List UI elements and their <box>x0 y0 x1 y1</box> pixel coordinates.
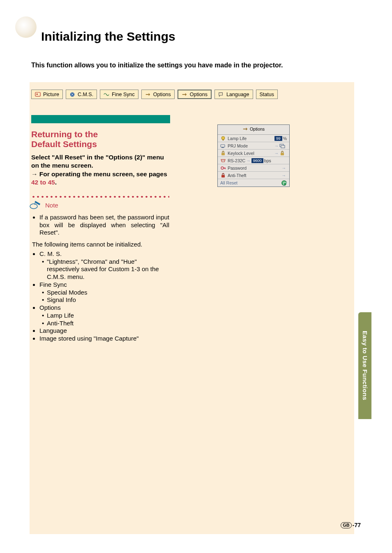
page-link[interactable]: 42 to 45 <box>31 179 55 186</box>
reset-icon <box>281 180 287 186</box>
svg-point-16 <box>224 160 224 160</box>
language-icon <box>218 92 224 97</box>
note-following: The following items cannot be initialize… <box>32 241 169 249</box>
title-bullet-decor <box>15 16 37 38</box>
options-icon <box>242 126 248 132</box>
finesync-icon <box>104 92 109 97</box>
section-title-line1: Returning to the <box>31 129 98 139</box>
osd-prjmode-label: PRJ Mode <box>228 143 248 148</box>
instruction-cont: For operating the menu screen, see pages <box>39 171 167 177</box>
osd-row-password[interactable]: Password → <box>218 164 289 172</box>
page-title: Initializing the Settings <box>41 30 175 44</box>
note-fs-si: Signal Info <box>47 296 169 304</box>
osd-rs232c-unit: bps <box>264 158 271 163</box>
svg-point-1 <box>37 93 38 95</box>
prjmode-value-icon <box>279 143 285 149</box>
instruction-main: Select "All Reset" in the "Options (2)" … <box>31 154 164 169</box>
note-item-finesync: Fine Sync Special Modes Signal Info <box>39 281 169 304</box>
svg-rect-19 <box>225 168 226 169</box>
note-op-at: Anti-Theft <box>47 320 169 327</box>
projector-icon <box>220 143 226 149</box>
osd-title-bar: Options <box>218 125 289 135</box>
osd-row-lamplife[interactable]: Lamp Life 99 % <box>218 135 289 142</box>
menu-tab-bar: Picture C.M.S. Fine Sync Options Options… <box>31 90 278 99</box>
instruction-period: . <box>55 179 57 186</box>
osd-rs232c-label: RS-232C <box>228 158 245 163</box>
chevron-right-icon: → <box>282 166 286 171</box>
picture-icon <box>35 92 41 97</box>
chevron-right-icon: → <box>246 158 251 163</box>
note-item-cms: C. M. S. "Lightness", "Chroma" and "Hue"… <box>39 250 169 281</box>
note-cms-sub: "Lightness", "Chroma" and "Hue" respecti… <box>47 258 169 281</box>
cms-icon <box>69 92 75 97</box>
tab-options-1[interactable]: Options <box>141 90 175 99</box>
section-title-line2: Default Settings <box>31 139 169 149</box>
osd-keylock-label: Keylock Level <box>228 151 254 156</box>
shield-lock-icon <box>220 173 226 178</box>
note-header: Note <box>30 200 169 211</box>
tab-label: Options <box>153 92 171 97</box>
chevron-right-icon: → <box>282 173 286 178</box>
osd-row-prjmode[interactable]: PRJ Mode → <box>218 142 289 150</box>
svg-point-6 <box>221 136 225 140</box>
osd-row-rs232c[interactable]: RS-232C → 9600 bps <box>218 157 289 164</box>
svg-rect-8 <box>221 145 225 147</box>
options-icon <box>182 92 187 97</box>
tab-language[interactable]: Language <box>214 90 253 99</box>
side-tab-label: Easy to Use Functions <box>362 331 369 400</box>
svg-rect-7 <box>223 139 224 141</box>
osd-allreset-label: All Reset <box>220 180 238 185</box>
arrow-icon: → <box>31 171 39 177</box>
serial-port-icon <box>220 158 226 164</box>
tab-label: Fine Sync <box>112 92 135 97</box>
tab-finesync[interactable]: Fine Sync <box>100 90 138 99</box>
osd-password-label: Password <box>228 166 247 171</box>
note-password: If a password has been set, the password… <box>39 214 169 237</box>
key-icon <box>220 165 226 171</box>
page-footer: GB -77 <box>341 522 361 528</box>
svg-rect-4 <box>35 201 40 205</box>
page-number: -77 <box>353 522 361 528</box>
osd-row-keylock[interactable]: Keylock Level → <box>218 150 289 157</box>
osd-rs232c-value: 9600 <box>251 158 263 163</box>
osd-lamplife-label: Lamp Life <box>228 136 247 141</box>
side-tab: Easy to Use Functions <box>358 312 371 419</box>
chevron-right-icon: → <box>274 143 279 148</box>
tab-label: Language <box>226 92 249 97</box>
intro-text: This function allows you to initialize t… <box>31 62 283 69</box>
osd-lamplife-value: 99 <box>274 136 282 141</box>
lock-icon <box>220 150 226 156</box>
svg-rect-12 <box>221 153 225 155</box>
svg-point-3 <box>30 204 37 209</box>
osd-antitheft-label: Anti-Theft <box>228 173 247 178</box>
chevron-right-icon: → <box>274 151 279 156</box>
note-item-cms-label: C. M. S. <box>39 250 62 257</box>
region-badge: GB <box>341 522 352 528</box>
note-body: If a password has been set, the password… <box>32 214 169 343</box>
lock-icon <box>279 150 285 156</box>
tab-label: Status <box>260 92 274 97</box>
lamp-icon <box>220 136 226 141</box>
section-green-bar <box>31 115 170 123</box>
tab-status[interactable]: Status <box>256 90 278 99</box>
svg-rect-20 <box>221 175 225 177</box>
svg-rect-11 <box>281 145 285 148</box>
tab-options-2-selected[interactable]: Options <box>178 90 212 99</box>
svg-rect-9 <box>221 147 224 148</box>
dotted-divider <box>31 196 169 198</box>
instruction-text: Select "All Reset" in the "Options (2)" … <box>31 153 169 187</box>
osd-options-panel: Options Lamp Life 99 % PRJ Mode → Keyloc… <box>217 124 290 187</box>
tab-label: C.M.S. <box>78 92 93 97</box>
svg-rect-0 <box>35 92 40 96</box>
osd-row-allreset[interactable]: All Reset <box>218 179 289 187</box>
osd-row-antitheft[interactable]: Anti-Theft → <box>218 172 289 179</box>
note-pencil-icon <box>30 200 43 211</box>
svg-point-14 <box>222 160 222 160</box>
note-label: Note <box>45 202 58 209</box>
osd-title-label: Options <box>250 127 265 131</box>
options-icon <box>145 92 151 97</box>
tab-cms[interactable]: C.M.S. <box>66 90 97 99</box>
note-fs-sm: Special Modes <box>47 289 169 297</box>
tab-picture[interactable]: Picture <box>31 90 63 99</box>
note-item-options: Options Lamp Life Anti-Theft <box>39 304 169 327</box>
